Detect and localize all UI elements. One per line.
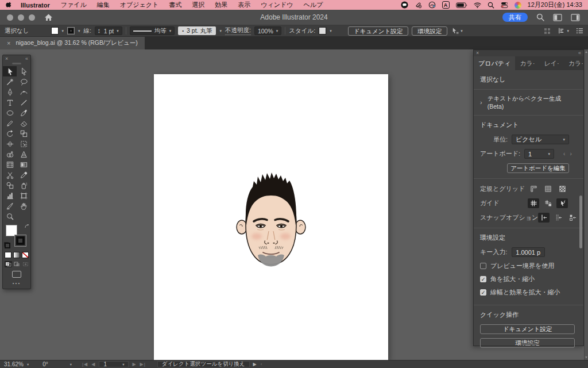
menu-select[interactable]: 選択 <box>187 1 210 9</box>
zoom-level-field[interactable]: 31.62% <box>4 361 24 367</box>
zoom-chevron-icon[interactable]: ▾ <box>27 362 29 367</box>
style-chevron-icon[interactable]: ▾ <box>330 29 332 33</box>
pencil-tool[interactable] <box>3 118 17 128</box>
show-transparency-grid-icon[interactable] <box>556 184 568 194</box>
line-app-icon[interactable] <box>401 1 408 9</box>
stepper-icon[interactable]: ▴▾ <box>98 28 100 33</box>
none-mode-button[interactable] <box>22 252 29 258</box>
checkbox-box[interactable]: ✓ <box>480 276 486 282</box>
align-options-icon[interactable]: ▾ <box>558 27 569 34</box>
snap-to-grid-icon[interactable] <box>552 213 564 223</box>
smart-guides-icon[interactable] <box>556 198 568 208</box>
preferences-button[interactable]: 環境設定 <box>412 26 447 36</box>
menu-edit[interactable]: 編集 <box>92 1 115 9</box>
scroll-up-icon[interactable] <box>585 51 587 53</box>
scroll-down-icon[interactable] <box>585 356 587 358</box>
menu-extra-icon[interactable] <box>415 1 422 9</box>
eraser-tool[interactable] <box>17 118 30 128</box>
menu-type[interactable]: 書式 <box>164 1 187 9</box>
search-icon[interactable] <box>536 13 544 21</box>
chevron-down-icon[interactable]: ▾ <box>276 29 278 33</box>
curvature-tool[interactable] <box>17 87 30 97</box>
default-fill-stroke-icon[interactable] <box>4 242 10 248</box>
column-graph-tool[interactable] <box>3 190 17 201</box>
control-center-icon[interactable] <box>501 2 508 8</box>
first-artboard-icon[interactable]: |◀ <box>82 362 88 367</box>
pen-tool[interactable] <box>3 87 17 97</box>
paintbrush-tool[interactable] <box>17 108 30 118</box>
artboard[interactable] <box>154 74 388 360</box>
hand-tool[interactable] <box>17 201 30 211</box>
last-artboard-icon[interactable]: ▶| <box>140 362 146 367</box>
checkbox-preview-bounds[interactable]: プレビュー境界を使用 <box>480 262 577 270</box>
swap-fill-stroke-icon[interactable] <box>25 224 29 229</box>
document-tab[interactable]: × nigaoe_blog.ai @ 31.62 % (RGB/プレビュー) <box>0 37 145 49</box>
key-input-field[interactable]: 1.0001 p <box>512 247 545 257</box>
close-window-button[interactable] <box>7 14 13 21</box>
draw-behind-button[interactable] <box>13 261 21 267</box>
brush-definition-dropdown[interactable]: • 3 pt. 丸筆 <box>178 26 216 35</box>
gradient-tool[interactable] <box>17 159 30 170</box>
share-button[interactable]: 共有 <box>502 13 528 22</box>
chevron-down-icon[interactable]: ▾ <box>169 29 172 33</box>
width-tool[interactable] <box>3 139 17 149</box>
zoom-tool[interactable] <box>3 211 17 221</box>
tab-layers[interactable]: レイ· <box>539 56 563 70</box>
artboard-navigation-field[interactable]: 1▾ <box>99 361 129 367</box>
stroke-color-swatch[interactable] <box>67 27 75 34</box>
rotate-tool[interactable] <box>3 128 17 139</box>
chevron-down-icon[interactable]: ▾ <box>117 29 119 33</box>
battery-icon[interactable] <box>456 2 467 8</box>
quick-document-setup-button[interactable]: ドキュメント設定 <box>480 324 575 334</box>
color-profile-icon[interactable] <box>514 2 521 9</box>
show-rulers-icon[interactable] <box>528 184 539 194</box>
snap-to-pixel-icon[interactable] <box>567 213 578 223</box>
screen-mode-button[interactable] <box>12 271 21 278</box>
gradient-mode-button[interactable] <box>13 252 20 258</box>
spotlight-search-icon[interactable] <box>488 2 494 9</box>
type-tool[interactable] <box>3 97 17 108</box>
stroke-swatch[interactable] <box>14 235 26 247</box>
menu-bar-clock[interactable]: 12月20日(金) 14:33 <box>528 1 582 9</box>
mesh-tool[interactable] <box>3 159 17 170</box>
menu-help[interactable]: ヘルプ <box>299 1 328 9</box>
opacity-label[interactable]: 不透明度: <box>225 26 251 35</box>
lock-guides-icon[interactable] <box>542 198 554 208</box>
perspective-grid-tool[interactable] <box>17 149 30 159</box>
stroke-profile-dropdown[interactable]: 均等 ▾ <box>130 26 175 35</box>
apple-icon[interactable] <box>6 1 13 9</box>
rotation-field[interactable]: 0° <box>42 361 48 367</box>
close-tab-icon[interactable]: × <box>7 40 10 47</box>
chevron-right-icon[interactable]: › <box>480 99 482 106</box>
draw-normal-button[interactable] <box>5 261 12 267</box>
draw-inside-button[interactable] <box>22 261 29 267</box>
fill-color-swatch[interactable] <box>51 27 59 34</box>
vertical-scrollbar[interactable] <box>584 49 588 360</box>
shape-builder-tool[interactable] <box>3 149 17 159</box>
artboard-dropdown[interactable]: 1▾ <box>524 149 554 159</box>
opacity-field[interactable]: 100% ▾ <box>254 26 281 35</box>
edit-toolbar-icon[interactable]: ••• <box>3 281 30 286</box>
artboard-tool[interactable] <box>17 190 30 201</box>
menu-file[interactable]: ファイル <box>56 1 92 9</box>
zoom-window-button[interactable] <box>29 14 35 21</box>
previous-artboard-icon[interactable]: ‹ <box>561 151 567 157</box>
stroke-chevron-icon[interactable]: ▾ <box>78 29 80 33</box>
minimize-window-button[interactable] <box>18 14 24 21</box>
tab-properties[interactable]: プロパティ <box>474 56 515 70</box>
next-artboard-icon[interactable]: ▶ <box>132 362 136 367</box>
free-transform-tool[interactable] <box>17 139 30 149</box>
selection-options-icon[interactable]: ▾ <box>451 27 463 34</box>
snap-to-point-icon[interactable] <box>538 213 550 223</box>
selection-tool[interactable] <box>3 66 17 76</box>
active-app-menu[interactable]: Illustrator <box>15 2 56 9</box>
slice-tool[interactable] <box>3 201 17 211</box>
menu-effect[interactable]: 効果 <box>210 1 233 9</box>
color-mode-button[interactable] <box>5 252 11 258</box>
scissors-tool[interactable] <box>3 170 17 180</box>
input-source-icon[interactable]: A <box>442 1 450 9</box>
collapse-panel-icon[interactable]: « <box>25 55 28 62</box>
edit-artboards-button[interactable]: アートボードを編集 <box>507 163 569 173</box>
stroke-weight-field[interactable]: ▴▾ 1 pt ▾ <box>95 26 122 35</box>
workspace-switcher-icon[interactable] <box>553 14 562 21</box>
